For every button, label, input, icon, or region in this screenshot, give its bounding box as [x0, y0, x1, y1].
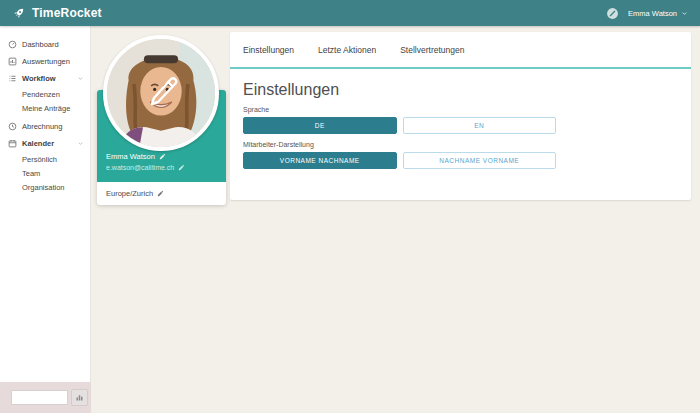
sidebar-subitem-team[interactable]: Team: [0, 166, 90, 180]
sidebar-subitem-meine-antraege[interactable]: Meine Anträge: [0, 101, 90, 115]
tab-einstellungen[interactable]: Einstellungen: [243, 45, 294, 55]
search-input[interactable]: [11, 390, 68, 405]
profile-email: e.watson@calitime.ch: [106, 164, 174, 171]
header-circle-icon[interactable]: [606, 7, 619, 20]
chart-icon: [8, 57, 17, 66]
sidebar-item-kalender[interactable]: Kalender: [0, 135, 90, 152]
page-title: Einstellungen: [243, 81, 678, 99]
tab-stellvertretungen[interactable]: Stellvertretungen: [400, 45, 464, 55]
language-label: Sprache: [243, 106, 678, 113]
edit-name-icon[interactable]: [159, 153, 166, 160]
list-icon: [8, 74, 17, 83]
clock-icon: [8, 122, 17, 131]
edit-avatar-icon[interactable]: [145, 71, 185, 111]
app-title: TimeRocket: [32, 6, 102, 20]
app-header: TimeRocket Emma Watson: [0, 0, 700, 26]
edit-timezone-icon[interactable]: [157, 190, 164, 197]
sidebar-item-label: Abrechnung: [22, 122, 62, 131]
chevron-down-icon: [681, 10, 688, 17]
gauge-icon: [8, 40, 17, 49]
tab-bar: Einstellungen Letzte Aktionen Stellvertr…: [230, 32, 691, 69]
sidebar-item-label: Kalender: [22, 139, 54, 148]
user-menu[interactable]: Emma Watson: [628, 9, 688, 18]
calendar-icon: [8, 139, 17, 148]
chevron-down-icon[interactable]: [77, 75, 84, 82]
sidebar-subitem-persoenlich[interactable]: Persönlich: [0, 152, 90, 166]
language-option-de-button[interactable]: DE: [243, 117, 397, 134]
sidebar-item-workflow[interactable]: Workflow: [0, 70, 90, 87]
language-options: DE EN: [243, 117, 556, 134]
language-option-en-button[interactable]: EN: [403, 117, 557, 134]
edit-email-icon[interactable]: [178, 164, 185, 171]
rocket-icon: [12, 6, 26, 20]
sidebar-item-label: Workflow: [22, 74, 56, 83]
settings-card: Einstellungen Letzte Aktionen Stellvertr…: [230, 32, 691, 200]
sidebar-search-widget: [0, 382, 91, 413]
sidebar-item-dashboard[interactable]: Dashboard: [0, 36, 90, 53]
bar-chart-icon: [75, 393, 84, 402]
display-label: Mitarbeiter-Darstellung: [243, 141, 678, 148]
display-options: VORNAME NACHNAME NACHNAME VORNAME: [243, 152, 556, 169]
user-name: Emma Watson: [628, 9, 677, 18]
sidebar: Dashboard Auswertungen Workflow Pendenze…: [0, 26, 91, 413]
search-chart-button[interactable]: [71, 389, 88, 406]
sidebar-item-abrechnung[interactable]: Abrechnung: [0, 118, 90, 135]
profile-name: Emma Watson: [106, 152, 155, 161]
sidebar-item-label: Auswertungen: [22, 57, 70, 66]
sidebar-subitem-organisation[interactable]: Organisation: [0, 180, 90, 194]
profile-timezone: Europe/Zurich: [106, 189, 153, 198]
display-option-vorname-nachname-button[interactable]: VORNAME NACHNAME: [243, 152, 397, 169]
sidebar-item-auswertungen[interactable]: Auswertungen: [0, 53, 90, 70]
sidebar-subitem-pendenzen[interactable]: Pendenzen: [0, 87, 90, 101]
chevron-down-icon[interactable]: [77, 140, 84, 147]
display-option-nachname-vorname-button[interactable]: NACHNAME VORNAME: [403, 152, 557, 169]
avatar[interactable]: [103, 35, 219, 151]
profile-card: Emma Watson e.watson@calitime.ch Europe/…: [97, 90, 226, 205]
sidebar-item-label: Dashboard: [22, 40, 59, 49]
app-logo[interactable]: TimeRocket: [12, 6, 102, 20]
tab-letzte-aktionen[interactable]: Letzte Aktionen: [318, 45, 376, 55]
